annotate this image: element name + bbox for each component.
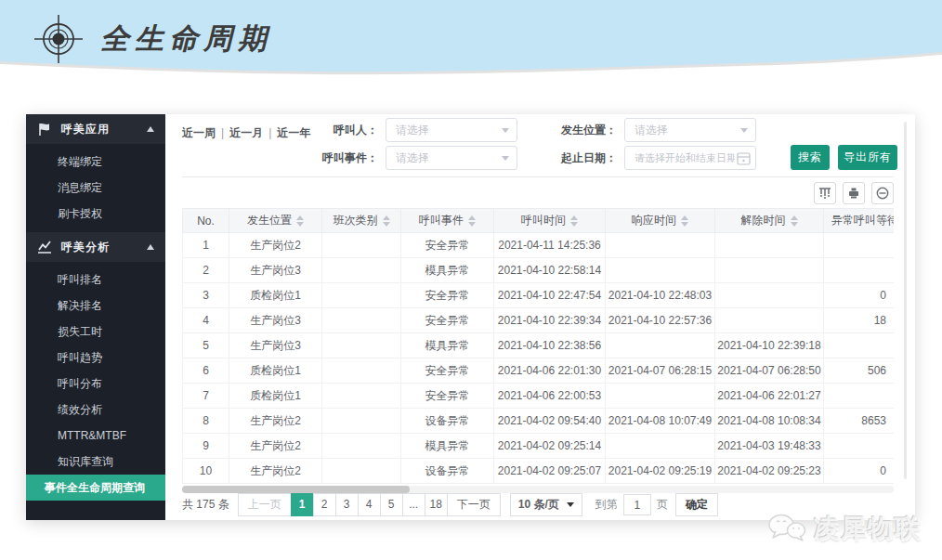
sidebar-group-header-1[interactable]: 呼美分析 (26, 232, 165, 262)
event-select[interactable]: 请选择 (386, 146, 517, 170)
quick-range-link[interactable]: 近一周 (182, 126, 216, 139)
table-cell (322, 384, 401, 409)
table-cell: 质检岗位1 (229, 384, 322, 409)
prev-page-button[interactable]: 上一页 (238, 493, 292, 516)
sidebar-item[interactable]: 消息绑定 (26, 175, 165, 201)
table-cell: 模具异常 (401, 333, 494, 358)
table-row: 4生产岗位3安全异常2021-04-10 22:39:342021-04-10 … (183, 308, 895, 333)
table-row: 7质检岗位1安全异常2021-04-06 22:00:532021-04-06 … (183, 384, 895, 409)
watermark: 凌犀物联 (767, 512, 922, 545)
sidebar-item[interactable]: 解决排名 (26, 293, 165, 319)
page-ellipsis[interactable]: ... (402, 493, 425, 516)
sidebar-item[interactable]: 呼叫趋势 (26, 345, 165, 371)
table-cell: 生产岗位2 (229, 434, 322, 459)
table-cell (322, 308, 401, 333)
table-cell: 模具异常 (401, 434, 494, 459)
quick-range-link[interactable]: 近一年 (277, 126, 310, 139)
export-all-button[interactable]: 导出所有 (838, 145, 897, 170)
table-cell: 7 (183, 384, 229, 409)
column-label: 异常呼叫等待时长 (831, 213, 894, 228)
horizontal-scrollbar-thumb[interactable] (182, 486, 410, 493)
table-cell: 2021-04-03 19:48:33 (715, 434, 824, 459)
column-header[interactable]: 发生位置 (229, 209, 322, 233)
column-header[interactable]: 响应时间 (606, 209, 715, 233)
sidebar-item[interactable]: 呼叫排名 (26, 267, 165, 293)
goto-confirm-button[interactable]: 确定 (675, 493, 718, 516)
table-toolbar (182, 182, 894, 204)
table-cell (715, 308, 824, 333)
table-cell: 2021-04-02 09:25:19 (606, 459, 715, 484)
goto-page: 到第 页 (595, 494, 668, 515)
collapse-arrow-icon (147, 126, 154, 132)
quick-range-link[interactable]: 近一月 (229, 126, 263, 139)
column-header[interactable]: 呼叫事件 (401, 209, 494, 233)
page-size-value: 10 条/页 (518, 497, 559, 513)
search-button[interactable]: 搜索 (791, 145, 830, 170)
column-header[interactable]: 解除时间 (715, 209, 824, 233)
sidebar-item[interactable]: 终端绑定 (26, 149, 165, 175)
quick-range-separator: | (221, 126, 224, 139)
sidebar-item[interactable]: MTTR&MTBF (26, 423, 165, 449)
grid-columns-icon[interactable] (814, 182, 836, 204)
column-header: No. (183, 209, 229, 233)
column-header[interactable]: 呼叫时间 (494, 209, 606, 233)
table-cell (606, 233, 715, 258)
table-row: 6质检岗位1安全异常2021-04-06 22:01:302021-04-07 … (183, 358, 895, 384)
flag-icon (37, 122, 52, 137)
daterange-input[interactable]: 请选择开始和结束日期 (624, 146, 756, 170)
table-row: 3质检岗位1安全异常2021-04-10 22:47:542021-04-10 … (183, 283, 895, 308)
page-number-button[interactable]: 1 (291, 493, 314, 516)
column-label: 发生位置 (247, 213, 292, 228)
table-cell: 2021-04-10 22:39:34 (494, 308, 606, 333)
table-cell: 8653 (824, 409, 895, 434)
table-cell: 2 (183, 258, 229, 283)
table-cell: 生产岗位3 (229, 258, 322, 283)
sidebar-item[interactable]: 呼叫分布 (26, 371, 165, 397)
table-cell: 2021-04-06 22:01:30 (494, 358, 606, 384)
sort-icon (570, 215, 578, 227)
page-number-button[interactable]: 2 (313, 493, 336, 516)
table-row: 8生产岗位2设备异常2021-04-02 09:54:402021-04-08 … (183, 409, 895, 434)
event-label: 呼叫事件： (313, 150, 378, 166)
page-number-button[interactable]: 5 (380, 493, 403, 516)
table-cell: 0 (824, 283, 895, 308)
table-cell: 质检岗位1 (229, 358, 322, 384)
table-row: 1生产岗位2安全异常2021-04-11 14:25:36 (183, 233, 895, 258)
table-cell (606, 333, 715, 358)
next-page-button[interactable]: 下一页 (447, 493, 501, 516)
goto-page-input[interactable] (623, 494, 651, 515)
caller-select[interactable]: 请选择 (386, 118, 517, 142)
event-placeholder: 请选择 (396, 150, 429, 166)
page-number-button[interactable]: 4 (358, 493, 381, 516)
page-number-button[interactable]: 3 (335, 493, 359, 516)
column-label: 呼叫事件 (419, 213, 464, 228)
vertical-scrollbar[interactable] (904, 122, 907, 479)
collapse-arrow-icon (147, 244, 154, 250)
sidebar-menu: 呼美应用终端绑定消息绑定刷卡授权呼美分析呼叫排名解决排名损失工时呼叫趋势呼叫分布… (26, 114, 165, 506)
column-header[interactable]: 异常呼叫等待时长 (824, 209, 895, 233)
table-cell (322, 434, 401, 459)
location-select[interactable]: 请选择 (624, 118, 756, 142)
table-cell: 6 (183, 358, 229, 384)
quick-ranges: 近一周|近一月|近一年 (182, 125, 310, 141)
table-cell: 2021-04-10 22:58:14 (494, 258, 606, 283)
location-label: 发生位置： (552, 123, 617, 138)
page-numbers: 12345...18 (292, 493, 448, 516)
sidebar-item[interactable]: 损失工时 (26, 319, 165, 345)
page-number-button[interactable]: 18 (425, 493, 448, 516)
chevron-down-icon (567, 502, 574, 507)
printer-icon[interactable] (843, 182, 865, 204)
sidebar-item[interactable]: 事件全生命周期查询 (26, 475, 165, 501)
table-cell: 8 (183, 409, 229, 434)
column-header[interactable]: 班次类别 (322, 209, 401, 233)
minus-circle-icon[interactable] (871, 182, 894, 204)
sidebar-item[interactable]: 知识库查询 (26, 449, 165, 475)
table-cell: 2021-04-02 09:25:23 (715, 459, 824, 484)
sidebar-item[interactable]: 绩效分析 (26, 397, 165, 423)
table-cell: 3 (183, 283, 229, 308)
column-label: 呼叫时间 (521, 213, 566, 228)
page-size-select[interactable]: 10 条/页 (510, 493, 582, 516)
sidebar-group-header-0[interactable]: 呼美应用 (26, 114, 165, 144)
table-cell (606, 258, 715, 283)
sidebar-item[interactable]: 刷卡授权 (26, 201, 165, 227)
